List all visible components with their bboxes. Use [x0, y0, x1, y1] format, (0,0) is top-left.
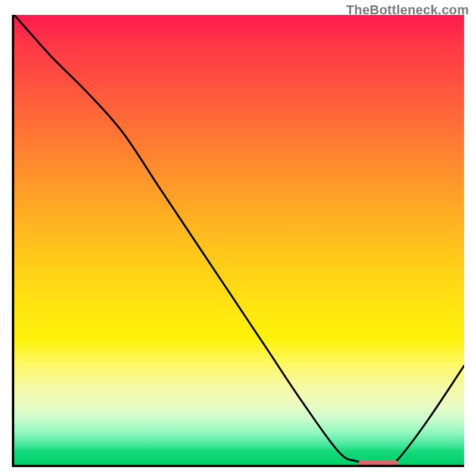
bottleneck-curve: [14, 15, 464, 462]
watermark-text: TheBottleneck.com: [346, 2, 469, 18]
plot-area: [12, 15, 464, 467]
optimal-range-marker: [358, 460, 399, 467]
curve-svg: [14, 15, 464, 465]
